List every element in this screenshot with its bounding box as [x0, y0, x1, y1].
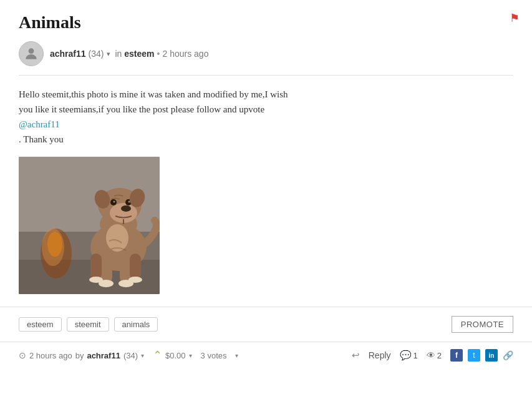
reply-icon[interactable]: ↩: [352, 350, 360, 361]
footer-left: ⊙ 2 hours ago by achraf11 (34) ▾ ⌃ $0.00…: [19, 348, 238, 362]
dog-illustration: [19, 157, 160, 294]
views-wrap: 👁 2: [427, 350, 442, 360]
social-icons: f t in 🔗: [450, 349, 513, 362]
comments-count: 1: [414, 351, 418, 360]
footer-time: 2 hours ago: [29, 351, 72, 360]
upvote-button[interactable]: ⌃ $0.00 ▾: [153, 348, 192, 362]
footer-time-wrap: ⊙ 2 hours ago by achraf11 (34) ▾: [19, 350, 144, 360]
footer-votes: 3 votes: [201, 351, 227, 360]
user-icon: [23, 46, 39, 62]
facebook-icon[interactable]: f: [450, 349, 463, 362]
author-dropdown[interactable]: ▾: [107, 50, 110, 58]
amount-dropdown[interactable]: ▾: [189, 352, 192, 359]
reply-button[interactable]: Reply: [369, 350, 391, 360]
comment-icon: 💬: [400, 350, 412, 361]
footer-author-dropdown[interactable]: ▾: [141, 352, 144, 359]
flag-icon: ⚑: [510, 12, 520, 24]
upvote-icon: ⌃: [153, 348, 162, 362]
svg-point-27: [128, 277, 142, 283]
tags-promote-row: esteem steemit animals PROMOTE: [0, 307, 532, 342]
post-title: Animals: [19, 12, 513, 32]
svg-point-7: [47, 232, 62, 257]
tag-steemit[interactable]: steemit: [67, 317, 109, 332]
footer-amount: $0.00: [165, 351, 186, 360]
post-image-wrap: [19, 157, 513, 294]
svg-point-16: [128, 201, 130, 203]
post-body: Hello steemit,this photo is mine it was …: [19, 87, 513, 147]
linkedin-icon[interactable]: in: [485, 349, 498, 362]
mention-link[interactable]: @achraf11: [19, 119, 60, 129]
tag-esteem[interactable]: esteem: [19, 317, 62, 332]
post-container: Animals achraf11 (34) ▾ in esteem • 2 ho…: [0, 0, 532, 294]
footer-author[interactable]: achraf11: [87, 351, 120, 360]
svg-point-12: [121, 205, 131, 212]
in-text: in: [113, 49, 122, 59]
author-row: achraf11 (34) ▾ in esteem • 2 hours ago: [19, 41, 513, 66]
body-line1: Hello steemit,this photo is mine it was …: [19, 89, 288, 99]
link-icon[interactable]: 🔗: [503, 350, 513, 360]
footer-right: ↩ Reply 💬 1 👁 2 f t in 🔗: [352, 349, 513, 362]
page-wrapper: ⚑ Animals achraf11 (34) ▾ in esteem • 2 …: [0, 0, 532, 404]
views-count: 2: [437, 351, 442, 360]
clock-icon: ⊙: [19, 350, 26, 360]
avatar[interactable]: [19, 41, 44, 66]
votes-dropdown[interactable]: ▾: [235, 352, 238, 359]
promote-button[interactable]: PROMOTE: [452, 316, 513, 333]
header-divider: [19, 75, 513, 76]
flag-button[interactable]: ⚑: [510, 11, 520, 25]
author-rep: (34): [89, 49, 104, 59]
comments-wrap: 💬 1: [400, 350, 418, 361]
body-line3: . Thank you: [19, 134, 64, 144]
footer-author-rep: (34): [123, 351, 138, 360]
post-image: [19, 157, 160, 294]
author-name[interactable]: achraf11: [50, 49, 86, 59]
svg-rect-22: [90, 254, 102, 280]
svg-rect-23: [130, 254, 141, 280]
author-meta: achraf11 (34) ▾ in esteem • 2 hours ago: [50, 49, 208, 59]
category-link[interactable]: esteem: [124, 49, 154, 59]
svg-point-15: [114, 201, 115, 203]
dot-separator: •: [157, 49, 160, 59]
body-line2: you like it steemians,if you like the po…: [19, 104, 264, 114]
svg-point-0: [29, 48, 34, 54]
svg-point-26: [89, 277, 103, 283]
twitter-icon[interactable]: t: [468, 349, 480, 362]
tags-list: esteem steemit animals: [19, 317, 158, 332]
eye-icon: 👁: [427, 350, 435, 360]
footer-by: by: [75, 351, 84, 360]
tag-animals[interactable]: animals: [114, 317, 158, 332]
post-time: 2 hours ago: [162, 49, 208, 59]
footer-row: ⊙ 2 hours ago by achraf11 (34) ▾ ⌃ $0.00…: [0, 342, 532, 368]
